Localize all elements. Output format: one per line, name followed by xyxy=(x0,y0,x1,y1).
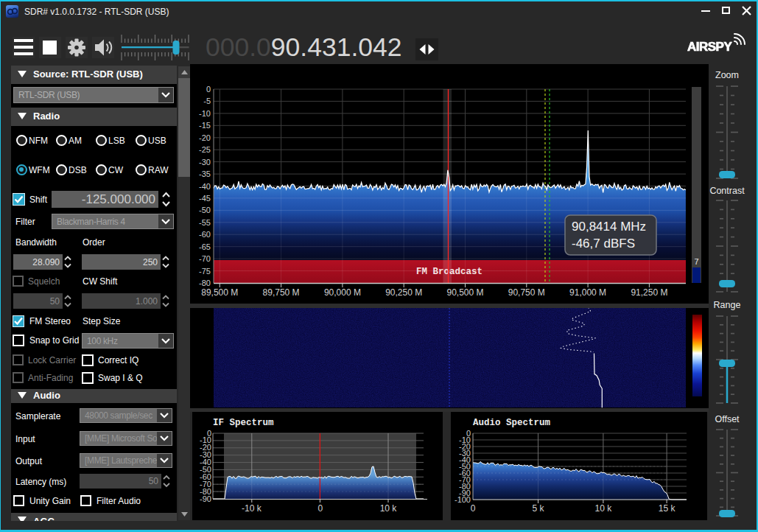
svg-text:89,500 M: 89,500 M xyxy=(201,287,238,298)
svg-text:90,8414 MHz: 90,8414 MHz xyxy=(572,220,646,234)
svg-text:-40: -40 xyxy=(199,182,211,191)
svg-text:0: 0 xyxy=(206,85,211,94)
svg-text:-30: -30 xyxy=(199,158,211,167)
svg-text:-20: -20 xyxy=(199,133,211,142)
svg-text:15 k: 15 k xyxy=(659,503,676,514)
svg-text:-80: -80 xyxy=(199,279,211,287)
svg-text:-50: -50 xyxy=(199,206,211,214)
svg-text:-100: -100 xyxy=(455,495,471,504)
svg-text:91,250 M: 91,250 M xyxy=(631,287,667,298)
svg-text:-5: -5 xyxy=(203,97,211,105)
svg-text:-70: -70 xyxy=(199,254,211,263)
svg-text:10 k: 10 k xyxy=(380,503,398,514)
svg-text:-65: -65 xyxy=(199,242,211,251)
svg-text:90,000 M: 90,000 M xyxy=(324,287,361,298)
svg-text:Audio Spectrum: Audio Spectrum xyxy=(473,418,551,428)
svg-text:5 k: 5 k xyxy=(532,503,544,514)
svg-text:90,500 M: 90,500 M xyxy=(446,287,483,298)
svg-text:-15: -15 xyxy=(199,121,211,130)
svg-text:7: 7 xyxy=(694,257,698,266)
svg-text:-10 k: -10 k xyxy=(242,503,262,514)
svg-text:10 k: 10 k xyxy=(595,503,613,514)
svg-text:-35: -35 xyxy=(199,169,211,178)
svg-text:IF Spectrum: IF Spectrum xyxy=(213,418,274,428)
svg-text:-46,7 dBFS: -46,7 dBFS xyxy=(572,237,635,251)
svg-text:-75: -75 xyxy=(199,267,211,276)
svg-text:90,750 M: 90,750 M xyxy=(508,287,545,298)
svg-text:-60: -60 xyxy=(199,230,211,239)
svg-text:-90: -90 xyxy=(200,494,211,503)
svg-text:-10: -10 xyxy=(199,109,211,118)
svg-text:-55: -55 xyxy=(199,218,211,227)
svg-text:-45: -45 xyxy=(199,194,211,203)
svg-text:0: 0 xyxy=(317,503,323,514)
svg-text:89,750 M: 89,750 M xyxy=(263,287,300,298)
svg-text:91,000 M: 91,000 M xyxy=(569,287,606,298)
svg-text:-25: -25 xyxy=(199,145,211,154)
svg-text:90,250 M: 90,250 M xyxy=(385,287,422,298)
svg-text:0: 0 xyxy=(471,503,476,514)
